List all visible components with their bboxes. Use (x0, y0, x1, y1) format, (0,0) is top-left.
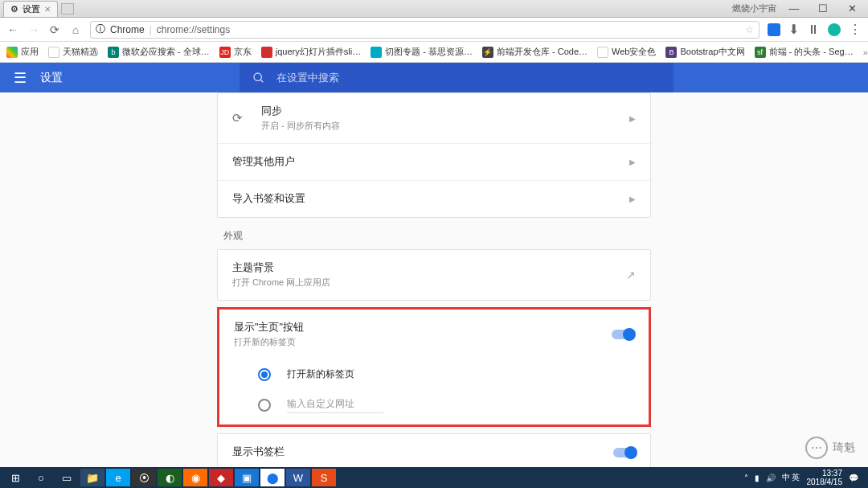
network-icon[interactable]: ▮ (755, 474, 760, 482)
home-button-sub: 打开新的标签页 (234, 336, 612, 348)
home-button-card: 显示"主页"按钮 打开新的标签页 打开新的标签页 输入自定义网址 (217, 307, 651, 427)
clock[interactable]: 13:37 2018/4/15 (807, 469, 843, 486)
bookmark-item[interactable]: ⚡前端开发仓库 - Code… (482, 46, 588, 58)
svg-line-1 (260, 80, 263, 82)
bookmarks-bar-toggle[interactable] (613, 448, 636, 457)
close-window-button[interactable]: ✕ (841, 1, 863, 17)
bookmark-item[interactable]: 切图专题 - 慕思资源… (371, 46, 473, 58)
page-icon (597, 47, 608, 58)
hamburger-menu[interactable]: ☰ (0, 69, 40, 87)
bookmarks-bar-row[interactable]: 显示书签栏 (218, 434, 650, 467)
notifications-icon[interactable]: 💬 (849, 474, 858, 482)
download-icon[interactable]: ⬇ (788, 22, 799, 37)
taskbar-app[interactable]: S (312, 469, 336, 486)
bookmark-item[interactable]: BBootstrap中文网 (665, 46, 744, 58)
home-button-title: 显示"主页"按钮 (234, 321, 612, 334)
settings-header: ☰ 设置 在设置中搜索 (0, 63, 868, 92)
taskbar-app[interactable]: 📁 (80, 469, 104, 486)
taskbar-app[interactable]: ◆ (209, 469, 233, 486)
start-button[interactable]: ⊞ (3, 469, 27, 486)
bookmark-item[interactable]: 天猫精选 (48, 46, 98, 58)
taskbar-app[interactable]: ◉ (183, 469, 207, 486)
maximize-button[interactable]: ☐ (812, 1, 834, 17)
page-title: 设置 (40, 71, 63, 85)
volume-icon[interactable]: 🔊 (766, 474, 776, 482)
bookmarks-overflow[interactable]: » (863, 47, 868, 57)
new-tab-button[interactable] (61, 3, 74, 14)
taskbar-app[interactable]: e (106, 469, 130, 486)
ime-indicator[interactable]: 中 英 (782, 472, 800, 483)
apps-shortcut[interactable]: 应用 (6, 46, 39, 58)
extension-icon[interactable] (768, 23, 780, 36)
sync-icon: ⟳ (232, 111, 261, 125)
home-button[interactable]: ⌂ (69, 23, 82, 36)
svg-point-0 (254, 73, 261, 80)
address-bar[interactable]: ⓘ Chrome | chrome://settings ☆ (90, 21, 760, 39)
custom-url-input[interactable]: 输入自定义网址 (287, 397, 383, 413)
chevron-right-icon: ▶ (629, 114, 636, 123)
tray-chevron-icon[interactable]: ˄ (744, 474, 748, 482)
tab-title: 设置 (23, 3, 40, 15)
home-button-toggle[interactable] (612, 330, 634, 339)
theme-card: 主题背景 打开 Chrome 网上应用店 ↗ (217, 249, 651, 301)
radio-custom-url[interactable]: 输入自定义网址 (219, 389, 649, 421)
chat-icon: ⋯ (805, 437, 828, 459)
search-placeholder: 在设置中搜索 (276, 71, 339, 85)
bookmark-item[interactable]: b微软必应搜索 - 全球… (108, 46, 210, 58)
forward-button[interactable]: → (27, 23, 40, 36)
bookmarks-bar: 应用 天猫精选 b微软必应搜索 - 全球… JD京东 jquery幻灯片插件sl… (0, 42, 868, 63)
bookmark-item[interactable]: jquery幻灯片插件sli… (261, 46, 361, 58)
sync-row[interactable]: ⟳ 同步 开启 - 同步所有内容 ▶ (218, 93, 650, 144)
bing-icon: b (108, 47, 119, 58)
import-row[interactable]: 导入书签和设置 ▶ (218, 181, 650, 217)
profile-avatar[interactable] (828, 23, 841, 36)
star-icon[interactable]: ☆ (745, 24, 754, 35)
close-tab-icon[interactable]: ✕ (44, 5, 51, 14)
theme-row[interactable]: 主题背景 打开 Chrome 网上应用店 ↗ (218, 250, 650, 300)
chevron-right-icon: ▶ (629, 195, 636, 203)
jd-icon: JD (219, 47, 231, 58)
toolbar: ← → ⟳ ⌂ ⓘ Chrome | chrome://settings ☆ ⬇… (0, 18, 868, 42)
info-icon: ⓘ (96, 23, 105, 36)
external-link-icon: ↗ (626, 269, 636, 281)
window-titlebar: ⚙ 设置 ✕ 燃烧小宇宙 — ☐ ✕ (0, 0, 868, 18)
minimize-button[interactable]: — (783, 1, 805, 17)
menu-icon[interactable]: ⋮ (849, 22, 862, 37)
search-icon (252, 72, 265, 84)
taskbar-app[interactable]: W (286, 469, 310, 486)
browser-tab[interactable]: ⚙ 设置 ✕ (3, 1, 58, 17)
pause-icon[interactable]: ⏸ (807, 23, 820, 37)
reload-button[interactable]: ⟳ (48, 23, 61, 36)
watermark: ⋯ 琦魁 (805, 437, 855, 459)
taskbar-app[interactable]: ⬤ (260, 469, 285, 486)
task-view-icon[interactable]: ▭ (55, 469, 79, 486)
windows-taskbar: ⊞ ○ ▭ 📁 e ⦿ ◐ ◉ ◆ ▣ ⬤ W S ˄ ▮ 🔊 中 英 13:3… (0, 467, 868, 488)
favicon: ⚡ (482, 47, 493, 58)
taskbar-app[interactable]: ▣ (235, 469, 259, 486)
url-text: chrome://settings (157, 24, 230, 35)
bookmark-item[interactable]: JD京东 (219, 46, 252, 58)
radio-off-icon (258, 399, 271, 412)
url-origin: Chrome (110, 24, 145, 35)
manage-users-row[interactable]: 管理其他用户 ▶ (218, 144, 650, 181)
taskbar-app[interactable]: ⦿ (132, 469, 156, 486)
cortana-icon[interactable]: ○ (29, 469, 53, 486)
settings-search[interactable]: 在设置中搜索 (240, 63, 674, 92)
window-label: 燃烧小宇宙 (732, 2, 776, 14)
page-icon (48, 47, 59, 58)
favicon (371, 47, 382, 58)
taskbar-app[interactable]: ◐ (158, 469, 182, 486)
radio-on-icon (258, 368, 271, 381)
bootstrap-icon: B (665, 47, 677, 58)
apps-icon (6, 47, 18, 58)
radio-newtab[interactable]: 打开新的标签页 (219, 359, 649, 389)
bookmark-item[interactable]: Web安全色 (597, 46, 656, 58)
people-card: ⟳ 同步 开启 - 同步所有内容 ▶ 管理其他用户 ▶ 导入书签和设置 ▶ (217, 92, 651, 218)
sf-icon: sf (755, 47, 766, 58)
favicon (261, 47, 272, 58)
gear-icon: ⚙ (10, 4, 18, 14)
bookmark-item[interactable]: sf前端 - 的头条 - Seg… (755, 46, 854, 58)
appearance-card-2: 显示书签栏 字号 中（推荐） ▼ (217, 433, 651, 467)
back-button[interactable]: ← (6, 23, 19, 36)
chevron-right-icon: ▶ (629, 158, 636, 166)
